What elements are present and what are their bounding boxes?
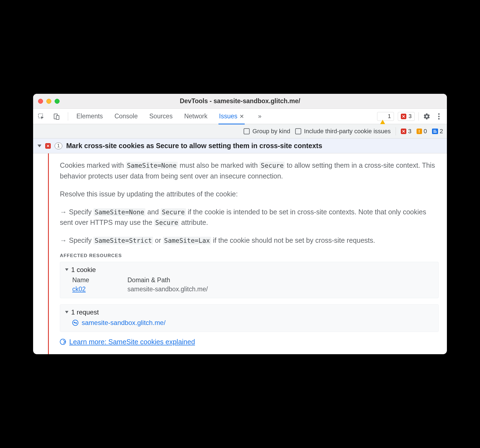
text: Specify	[69, 208, 94, 216]
code-samesite-none: SameSite=None	[126, 162, 178, 169]
svg-rect-2	[56, 116, 59, 119]
cookies-panel-title: 1 cookie	[71, 266, 96, 274]
device-toolbar-icon[interactable]	[52, 112, 61, 121]
error-count-value: 3	[408, 128, 411, 135]
warning-count-value: 0	[424, 128, 427, 135]
affected-cookies-panel: 1 cookie Name Domain & Path ck02 samesit…	[60, 262, 439, 298]
arrow-right-icon: →	[60, 236, 67, 244]
toolbar-divider	[68, 112, 68, 121]
info-count-value: 2	[440, 128, 443, 135]
devtools-window: DevTools - samesite-sandbox.glitch.me/	[33, 94, 447, 354]
warning-bang-icon: !	[417, 129, 422, 134]
tab-sources[interactable]: Sources	[149, 109, 172, 124]
group-by-kind-label: Group by kind	[252, 128, 290, 135]
tab-network[interactable]: Network	[184, 109, 207, 124]
text: or	[153, 236, 163, 244]
info-count[interactable]: 2	[432, 128, 443, 135]
tab-console[interactable]: Console	[114, 109, 138, 124]
close-issues-tab-icon[interactable]: ✕	[239, 114, 244, 119]
text: and	[145, 208, 161, 216]
table-row: ck02 samesite-sandbox.glitch.me/	[72, 286, 433, 293]
code-samesite-none: SameSite=None	[94, 208, 145, 216]
filter-divider	[396, 127, 396, 135]
code-secure: Secure	[161, 208, 186, 216]
checkbox-icon	[295, 128, 301, 134]
more-options-icon[interactable]	[435, 112, 443, 121]
code-secure: Secure	[260, 162, 285, 169]
disclosure-triangle-icon	[65, 311, 68, 313]
issue-body: Cookies marked with SameSite=None must a…	[33, 153, 447, 354]
svg-point-5	[438, 118, 439, 119]
panel-tabs: Elements Console Sources Network Issues …	[76, 109, 262, 124]
learn-more-arrow-icon	[60, 339, 66, 345]
cookies-panel-header[interactable]: 1 cookie	[65, 266, 433, 274]
disclosure-triangle-icon	[38, 145, 41, 147]
settings-gear-icon[interactable]	[423, 112, 431, 121]
request-arrows-icon	[72, 320, 78, 326]
text: if the cookie should not be set by cross…	[211, 236, 375, 244]
toolbar-divider	[418, 112, 419, 121]
request-row[interactable]: samesite-sandbox.glitch.me/	[72, 319, 433, 327]
errors-badge[interactable]: 3	[398, 112, 415, 121]
issues-filter-bar: Group by kind Include third-party cookie…	[33, 124, 447, 138]
error-x-icon	[45, 143, 51, 149]
request-url[interactable]: samesite-sandbox.glitch.me/	[82, 319, 166, 327]
window-title: DevTools - samesite-sandbox.glitch.me/	[33, 97, 447, 105]
tab-issues[interactable]: Issues ✕	[219, 109, 244, 124]
group-by-kind-checkbox[interactable]: Group by kind	[244, 128, 290, 135]
checkbox-icon	[244, 128, 250, 134]
warning-count[interactable]: ! 0	[417, 128, 427, 135]
warnings-count: 1	[388, 113, 391, 119]
requests-panel-title: 1 request	[71, 308, 99, 316]
include-third-party-checkbox[interactable]: Include third-party cookie issues	[295, 128, 391, 135]
tab-elements[interactable]: Elements	[76, 109, 103, 124]
tab-issues-label: Issues	[219, 113, 237, 120]
cookie-domain-path: samesite-sandbox.glitch.me/	[127, 286, 208, 293]
text: must also be marked with	[178, 161, 260, 169]
error-count[interactable]: 3	[401, 128, 411, 135]
code-secure: Secure	[154, 219, 179, 226]
main-toolbar: Elements Console Sources Network Issues …	[33, 109, 447, 124]
learn-more-row[interactable]: Learn more: SameSite cookies explained	[60, 338, 439, 346]
warnings-badge[interactable]: 1	[377, 112, 394, 121]
info-icon	[432, 129, 438, 134]
warning-triangle-icon	[380, 114, 386, 119]
svg-point-4	[438, 116, 439, 117]
affected-resources-label: AFFECTED RESOURCES	[60, 253, 439, 258]
affected-requests-panel: 1 request samesite-sandbox.glitch.me/	[60, 304, 439, 332]
errors-count: 3	[409, 113, 412, 119]
text: Resolve this issue by updating the attri…	[60, 189, 439, 199]
text: Cookies marked with	[60, 161, 126, 169]
text: Specify	[69, 236, 94, 244]
cookie-name-link[interactable]: ck02	[72, 286, 86, 293]
cookies-table: Name Domain & Path ck02 samesite-sandbox…	[72, 276, 433, 293]
error-x-icon	[401, 129, 406, 134]
disclosure-triangle-icon	[65, 268, 68, 271]
arrow-right-icon: →	[60, 208, 67, 216]
col-domain-header: Domain & Path	[127, 276, 170, 284]
text: attribute.	[179, 218, 208, 226]
titlebar: DevTools - samesite-sandbox.glitch.me/	[33, 94, 447, 109]
learn-more-link[interactable]: Learn more: SameSite cookies explained	[69, 338, 195, 346]
error-x-icon	[401, 114, 406, 119]
issue-header-row[interactable]: 1 Mark cross-site cookies as Secure to a…	[33, 138, 447, 153]
code-samesite-strict: SameSite=Strict	[94, 237, 153, 244]
issue-occurrence-count: 1	[55, 143, 62, 149]
svg-point-3	[438, 113, 439, 114]
col-name-header: Name	[72, 276, 116, 284]
include-third-party-label: Include third-party cookie issues	[304, 128, 391, 135]
requests-panel-header[interactable]: 1 request	[65, 308, 433, 316]
issue-title: Mark cross-site cookies as Secure to all…	[66, 142, 322, 150]
more-tabs-icon[interactable]: »	[258, 109, 261, 124]
inspect-element-icon[interactable]	[37, 112, 45, 121]
issue-description: Cookies marked with SameSite=None must a…	[60, 160, 439, 246]
code-samesite-lax: SameSite=Lax	[163, 237, 211, 244]
issue-kind-counts: 3 ! 0 2	[401, 128, 443, 135]
